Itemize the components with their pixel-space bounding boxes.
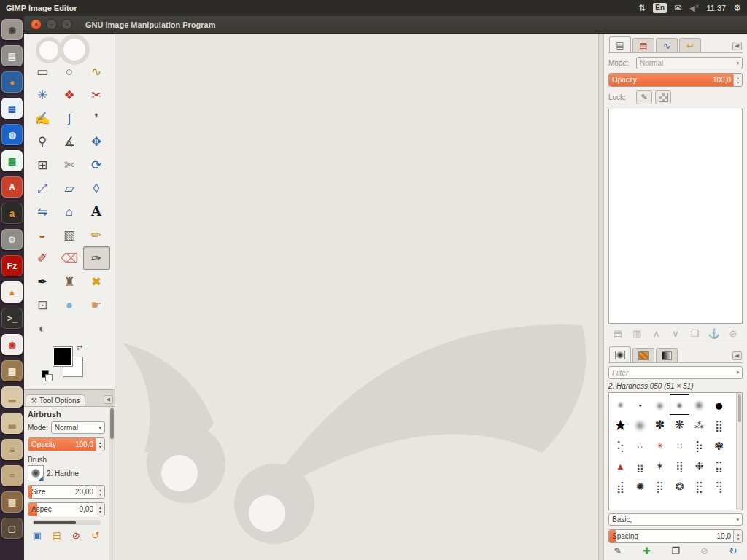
launcher-item-google-earth[interactable]: ◍: [1, 124, 23, 145]
aspect-spinner[interactable]: ▴▾: [96, 503, 104, 516]
brush-thumbnail[interactable]: ⢿: [670, 456, 689, 476]
launcher-item-system-settings[interactable]: ⚙: [1, 229, 23, 250]
delete-brush-button[interactable]: ⊘: [697, 544, 713, 557]
tab-undo-history[interactable]: ↩: [679, 38, 701, 52]
brush-thumbnail[interactable]: ⡿: [650, 476, 670, 497]
launcher-item-libreoffice-calc[interactable]: ▦: [1, 150, 23, 171]
tool-ink[interactable]: ✒: [29, 270, 56, 293]
foreground-color-swatch[interactable]: [53, 346, 73, 367]
brush-thumbnail[interactable]: ⣭: [709, 456, 729, 476]
tab-patterns[interactable]: [632, 348, 654, 362]
collapse-dock-button[interactable]: ◀: [732, 351, 742, 360]
brush-thumbnail[interactable]: ⣿: [709, 415, 729, 435]
brush-thumbnail[interactable]: ∴: [630, 435, 650, 456]
brush-thumbnail[interactable]: ●: [630, 415, 650, 435]
launcher-item-printer[interactable]: ▤: [1, 45, 23, 66]
tool-text[interactable]: A: [83, 200, 110, 223]
brush-grid-scrollbar[interactable]: [736, 393, 742, 510]
layer-mode-select[interactable]: Normal ▾: [636, 57, 743, 69]
tool-perspective[interactable]: ◊: [83, 176, 110, 200]
brush-thumbnail[interactable]: ●: [630, 394, 650, 415]
launcher-item-libreoffice-writer[interactable]: ▤: [1, 98, 23, 119]
opacity-slider[interactable]: Opacity 100,0 ▴▾: [28, 438, 105, 451]
new-brush-button[interactable]: ✚: [639, 544, 655, 557]
canvas-area[interactable]: [115, 34, 598, 560]
delete-tool-preset-button[interactable]: ⊘: [67, 528, 85, 542]
scrollbar-thumb[interactable]: [110, 408, 114, 439]
tool-zoom[interactable]: ⚲: [29, 130, 56, 153]
launcher-item-archive-stack-1[interactable]: ≡: [1, 439, 23, 460]
paint-mode-select[interactable]: Normal ▾: [51, 421, 105, 434]
size-spinner[interactable]: ▴▾: [96, 486, 104, 498]
tool-rotate[interactable]: ⟳: [83, 153, 110, 176]
launcher-item-folder-1[interactable]: ▂: [1, 386, 23, 408]
tool-pencil[interactable]: ✏: [83, 223, 110, 246]
layer-opacity-spinner[interactable]: ▴▾: [733, 74, 742, 86]
launcher-item-firefox[interactable]: ●: [1, 71, 23, 93]
lock-alpha-button[interactable]: [655, 90, 671, 104]
launcher-item-adobe-reader[interactable]: A: [1, 176, 23, 198]
tool-flip[interactable]: ⇋: [29, 200, 56, 223]
tool-dodge-burn[interactable]: ◐: [29, 316, 56, 340]
launcher-item-archive-stack-2[interactable]: ≡: [1, 465, 23, 486]
brush-thumbnail[interactable]: ⣟: [689, 476, 709, 497]
brush-thumbnail[interactable]: ❉: [689, 456, 709, 476]
brush-thumbnail[interactable]: ∷: [670, 435, 689, 456]
lower-layer-button[interactable]: ∨: [667, 327, 684, 340]
tool-options-vscrollbar[interactable]: [109, 407, 115, 560]
keyboard-layout-indicator[interactable]: En: [653, 3, 667, 13]
collapse-dock-button[interactable]: ◀: [104, 395, 113, 404]
network-sync-icon[interactable]: ⇅: [638, 3, 646, 13]
brush-filter-input[interactable]: [612, 369, 736, 377]
tool-paths[interactable]: ∫: [56, 106, 83, 130]
tool-scale[interactable]: ⤢: [29, 176, 56, 200]
anchor-layer-button[interactable]: ⚓: [706, 327, 722, 340]
tool-scissors-select[interactable]: ✂: [83, 83, 110, 106]
collapse-dock-button[interactable]: ◀: [732, 42, 742, 50]
tool-heal[interactable]: ✖: [83, 270, 110, 293]
tool-options-hscrollbar[interactable]: [32, 520, 101, 525]
lock-pixels-button[interactable]: ✎: [636, 90, 652, 104]
brush-tag-select[interactable]: Basic, ▾: [608, 513, 743, 526]
launcher-item-file-archive[interactable]: ▦: [1, 360, 23, 381]
brush-thumbnail[interactable]: ⢕: [611, 435, 630, 456]
brush-thumbnail[interactable]: ⁂: [689, 415, 709, 435]
new-layer-group-button[interactable]: ▥: [629, 327, 645, 340]
tool-clone[interactable]: ♜: [56, 270, 83, 293]
tool-foreground-select[interactable]: ✍: [29, 106, 56, 130]
tab-channels[interactable]: ▤: [632, 38, 654, 52]
tool-options-tab[interactable]: ⚒ Tool Options: [26, 394, 85, 406]
tab-gradients[interactable]: [656, 348, 678, 362]
tool-smudge[interactable]: ☛: [83, 293, 110, 316]
tool-blur-sharpen[interactable]: ●: [56, 293, 83, 316]
brush-thumbnail[interactable]: ⢻: [709, 476, 729, 497]
brush-thumbnail[interactable]: ⣾: [611, 476, 630, 497]
brush-thumbnail[interactable]: ●: [611, 394, 630, 415]
tool-rectangle-select[interactable]: ▭: [29, 60, 56, 83]
tool-move[interactable]: ✥: [83, 130, 110, 153]
spacing-slider[interactable]: Spacing 10,0 ▴▾: [608, 529, 743, 543]
brush-thumbnail[interactable]: ●: [670, 394, 689, 415]
tab-brushes[interactable]: [609, 346, 631, 362]
dock-resize-gutter[interactable]: [598, 34, 604, 560]
tool-cage-transform[interactable]: ⌂: [56, 200, 83, 223]
scrollbar-thumb[interactable]: [34, 521, 76, 524]
tool-ellipse-select[interactable]: ○: [56, 60, 83, 83]
tool-color-picker[interactable]: ❜: [83, 106, 110, 130]
scrollbar-thumb[interactable]: [738, 394, 741, 422]
size-slider[interactable]: Size 20,00 ▴▾: [28, 485, 105, 499]
brush-thumbnail[interactable]: ❃: [709, 435, 729, 456]
maximize-button[interactable]: +: [61, 19, 72, 30]
brush-thumbnail[interactable]: ●: [650, 394, 670, 415]
message-indicator-icon[interactable]: ✉: [674, 3, 681, 13]
spacing-spinner[interactable]: ▴▾: [733, 530, 742, 542]
chevron-down-icon[interactable]: ▾: [736, 370, 739, 376]
raise-layer-button[interactable]: ∧: [649, 327, 665, 340]
brush-thumbnail[interactable]: ▲: [611, 456, 630, 476]
layers-list[interactable]: [608, 109, 743, 324]
tool-perspective-clone[interactable]: ⊡: [29, 293, 56, 316]
launcher-item-storage-box[interactable]: ▦: [1, 491, 23, 513]
tool-eraser[interactable]: ⌫: [56, 246, 83, 270]
tool-fuzzy-select[interactable]: ✳: [29, 83, 56, 106]
launcher-item-gimp[interactable]: ◉: [1, 19, 23, 40]
